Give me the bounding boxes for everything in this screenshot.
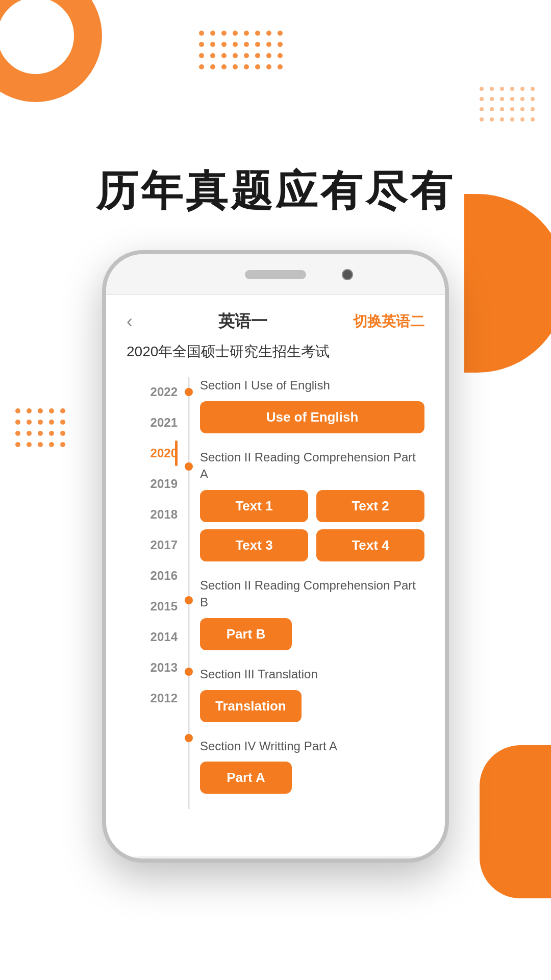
phone-mockup: ‹ 英语一 切换英语二 2020年全国硕士研究生招生考试 2022 2021 2… bbox=[102, 250, 449, 863]
year-2015[interactable]: 2015 bbox=[127, 591, 178, 622]
phone-camera bbox=[342, 269, 353, 280]
btn-part-a[interactable]: Part A bbox=[200, 762, 292, 794]
screen-header: ‹ 英语一 切换英语二 bbox=[127, 310, 424, 333]
year-2018[interactable]: 2018 bbox=[127, 499, 178, 530]
section-use-of-english: Section I Use of English Use of English bbox=[200, 377, 424, 433]
phone-screen: ‹ 英语一 切换英语二 2020年全国硕士研究生招生考试 2022 2021 2… bbox=[106, 295, 445, 856]
year-2022[interactable]: 2022 bbox=[127, 377, 178, 407]
btn-text3[interactable]: Text 3 bbox=[200, 529, 308, 561]
section4-buttons: Translation bbox=[200, 690, 424, 722]
bg-dots-right bbox=[480, 87, 536, 122]
screen-title: 英语一 bbox=[218, 310, 267, 333]
year-2014[interactable]: 2014 bbox=[127, 622, 178, 652]
content-with-timeline: 2022 2021 2020 2019 2018 2017 2016 2015 … bbox=[127, 377, 424, 809]
btn-translation[interactable]: Translation bbox=[200, 690, 302, 722]
section-reading-b: Section II Reading Comprehension Part B … bbox=[200, 577, 424, 650]
year-2020[interactable]: 2020 bbox=[127, 438, 178, 469]
timeline-line bbox=[183, 377, 195, 809]
section2-buttons-row1: Text 1 Text 2 bbox=[200, 490, 424, 522]
bg-dots-left-mid bbox=[15, 408, 66, 448]
section-reading-a: Section II Reading Comprehension Part A … bbox=[200, 449, 424, 561]
section-writing: Section IV Writting Part A Part A bbox=[200, 738, 424, 794]
section2-label: Section II Reading Comprehension Part A bbox=[200, 449, 424, 483]
phone-speaker bbox=[245, 270, 306, 279]
section3-label: Section II Reading Comprehension Part B bbox=[200, 577, 424, 611]
section5-buttons: Part A bbox=[200, 762, 424, 794]
section3-buttons: Part B bbox=[200, 618, 424, 650]
section-translation: Section III Translation Translation bbox=[200, 666, 424, 722]
main-title: 历年真题应有尽有 bbox=[0, 163, 551, 219]
btn-text1[interactable]: Text 1 bbox=[200, 490, 308, 522]
year-2012[interactable]: 2012 bbox=[127, 683, 178, 714]
section4-label: Section III Translation bbox=[200, 666, 424, 683]
back-button[interactable]: ‹ bbox=[127, 311, 133, 332]
year-2016[interactable]: 2016 bbox=[127, 560, 178, 591]
btn-use-of-english[interactable]: Use of English bbox=[200, 401, 424, 433]
section1-buttons: Use of English bbox=[200, 401, 424, 433]
timeline-dot-2 bbox=[185, 462, 193, 471]
year-2013[interactable]: 2013 bbox=[127, 652, 178, 683]
switch-language-button[interactable]: 切换英语二 bbox=[353, 312, 424, 331]
year-2019[interactable]: 2019 bbox=[127, 469, 178, 499]
exam-title: 2020年全国硕士研究生招生考试 bbox=[127, 342, 424, 361]
active-year-indicator bbox=[175, 440, 178, 466]
btn-text4[interactable]: Text 4 bbox=[316, 529, 424, 561]
phone-container: ‹ 英语一 切换英语二 2020年全国硕士研究生招生考试 2022 2021 2… bbox=[0, 250, 551, 863]
year-2021[interactable]: 2021 bbox=[127, 407, 178, 438]
btn-text2[interactable]: Text 2 bbox=[316, 490, 424, 522]
timeline-dot-3 bbox=[185, 596, 193, 604]
section2-buttons-row2: Text 3 Text 4 bbox=[200, 529, 424, 561]
timeline-dot-1 bbox=[185, 388, 193, 396]
timeline-dot-5 bbox=[185, 734, 193, 742]
sections-content: Section I Use of English Use of English … bbox=[195, 377, 424, 809]
section1-label: Section I Use of English bbox=[200, 377, 424, 394]
section5-label: Section IV Writting Part A bbox=[200, 738, 424, 755]
bg-dots-top-center bbox=[199, 31, 284, 70]
year-sidebar: 2022 2021 2020 2019 2018 2017 2016 2015 … bbox=[127, 377, 183, 809]
year-2017[interactable]: 2017 bbox=[127, 530, 178, 560]
timeline-dot-4 bbox=[185, 668, 193, 676]
btn-part-b[interactable]: Part B bbox=[200, 618, 292, 650]
phone-top-bar bbox=[106, 254, 445, 295]
bg-circle-decoration bbox=[0, 0, 102, 102]
